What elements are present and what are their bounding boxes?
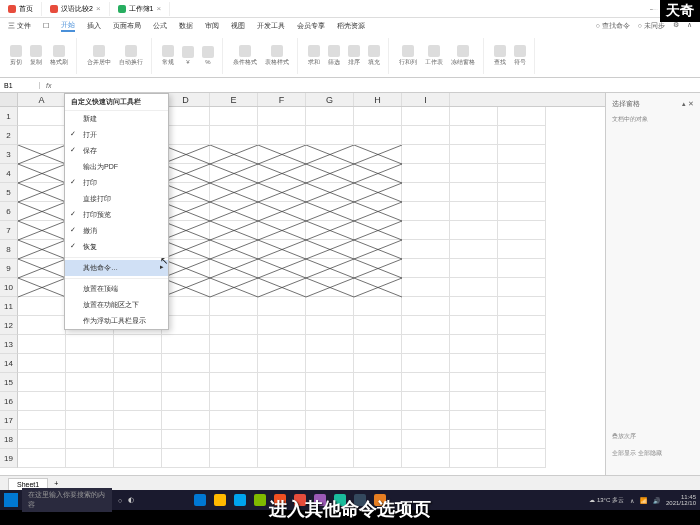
row-header[interactable]: 4: [0, 164, 18, 183]
qat-toggle[interactable]: ☐: [43, 22, 49, 30]
cell[interactable]: [402, 183, 450, 202]
cell[interactable]: [66, 373, 114, 392]
cell[interactable]: [162, 145, 210, 164]
cell[interactable]: [18, 259, 66, 278]
cell[interactable]: [18, 316, 66, 335]
cell[interactable]: [210, 449, 258, 468]
tab-start[interactable]: 开始: [61, 20, 75, 32]
cell[interactable]: [402, 278, 450, 297]
row-header[interactable]: 7: [0, 221, 18, 240]
dropdown-item[interactable]: 打印预览: [65, 207, 168, 223]
row-header[interactable]: 18: [0, 430, 18, 449]
cell[interactable]: [18, 278, 66, 297]
cell[interactable]: [498, 354, 546, 373]
dropdown-item[interactable]: 放置在功能区之下: [65, 297, 168, 313]
dropdown-item[interactable]: 打开: [65, 127, 168, 143]
cell[interactable]: [306, 392, 354, 411]
cell[interactable]: [210, 354, 258, 373]
ribbon-button[interactable]: 合并居中: [85, 45, 113, 67]
cell[interactable]: [258, 145, 306, 164]
cell[interactable]: [18, 240, 66, 259]
ribbon-button[interactable]: 行和列: [397, 45, 419, 67]
tab-formula[interactable]: 公式: [153, 21, 167, 31]
cell[interactable]: [450, 449, 498, 468]
cell[interactable]: [402, 354, 450, 373]
cell[interactable]: [402, 240, 450, 259]
cell[interactable]: [498, 430, 546, 449]
cell[interactable]: [162, 335, 210, 354]
cell[interactable]: [306, 202, 354, 221]
tab-resource[interactable]: 稻壳资源: [337, 21, 365, 31]
row-header[interactable]: 14: [0, 354, 18, 373]
cell[interactable]: [402, 392, 450, 411]
cell[interactable]: [18, 183, 66, 202]
cell[interactable]: [114, 354, 162, 373]
cell[interactable]: [450, 354, 498, 373]
row-header[interactable]: 8: [0, 240, 18, 259]
cell[interactable]: [402, 335, 450, 354]
stack-order[interactable]: 叠放次序: [610, 428, 696, 445]
cell[interactable]: [354, 449, 402, 468]
tab-view[interactable]: 视图: [231, 21, 245, 31]
cell[interactable]: [402, 297, 450, 316]
row-header[interactable]: 5: [0, 183, 18, 202]
ribbon-button[interactable]: 冻结窗格: [449, 45, 477, 67]
add-sheet-button[interactable]: +: [48, 480, 64, 487]
cell[interactable]: [306, 183, 354, 202]
ribbon-button[interactable]: 筛选: [326, 45, 342, 67]
dropdown-item[interactable]: 其他命令…▸: [65, 260, 168, 276]
row-header[interactable]: 6: [0, 202, 18, 221]
cell[interactable]: [306, 259, 354, 278]
cell[interactable]: [306, 126, 354, 145]
row-header[interactable]: 13: [0, 335, 18, 354]
ribbon-button[interactable]: %: [200, 46, 216, 65]
row-header[interactable]: 19: [0, 449, 18, 468]
cell[interactable]: [258, 449, 306, 468]
sync-status[interactable]: ○ 未同步: [638, 21, 665, 31]
cell[interactable]: [498, 164, 546, 183]
cell[interactable]: [498, 202, 546, 221]
ribbon-button[interactable]: 工作表: [423, 45, 445, 67]
cell[interactable]: [354, 430, 402, 449]
ribbon-button[interactable]: 格式刷: [48, 45, 70, 67]
ribbon-button[interactable]: 剪切: [8, 45, 24, 67]
cell[interactable]: [354, 278, 402, 297]
cell[interactable]: [258, 316, 306, 335]
column-header[interactable]: G: [306, 93, 354, 106]
cell[interactable]: [18, 392, 66, 411]
cell[interactable]: [354, 240, 402, 259]
cell[interactable]: [450, 316, 498, 335]
cell[interactable]: [306, 411, 354, 430]
dropdown-item[interactable]: 放置在顶端: [65, 281, 168, 297]
cell[interactable]: [450, 373, 498, 392]
cell[interactable]: [162, 164, 210, 183]
cell[interactable]: [450, 240, 498, 259]
cell[interactable]: [450, 202, 498, 221]
cell[interactable]: [354, 221, 402, 240]
ribbon-button[interactable]: 表格样式: [263, 45, 291, 67]
cell[interactable]: [498, 373, 546, 392]
cell[interactable]: [210, 297, 258, 316]
ribbon-button[interactable]: 符号: [512, 45, 528, 67]
cell[interactable]: [258, 278, 306, 297]
cell[interactable]: [66, 354, 114, 373]
cell[interactable]: [402, 449, 450, 468]
cell[interactable]: [66, 411, 114, 430]
cell[interactable]: [402, 430, 450, 449]
column-header[interactable]: D: [162, 93, 210, 106]
cell[interactable]: [162, 373, 210, 392]
cell[interactable]: [66, 392, 114, 411]
cell[interactable]: [162, 183, 210, 202]
cell[interactable]: [306, 107, 354, 126]
cell[interactable]: [162, 278, 210, 297]
cell[interactable]: [450, 259, 498, 278]
cell[interactable]: [402, 373, 450, 392]
row-header[interactable]: 1: [0, 107, 18, 126]
cell[interactable]: [18, 373, 66, 392]
cell[interactable]: [162, 449, 210, 468]
cell[interactable]: [18, 449, 66, 468]
tab-layout[interactable]: 页面布局: [113, 21, 141, 31]
cell[interactable]: [354, 335, 402, 354]
ribbon-button[interactable]: 查找: [492, 45, 508, 67]
cell[interactable]: [258, 392, 306, 411]
